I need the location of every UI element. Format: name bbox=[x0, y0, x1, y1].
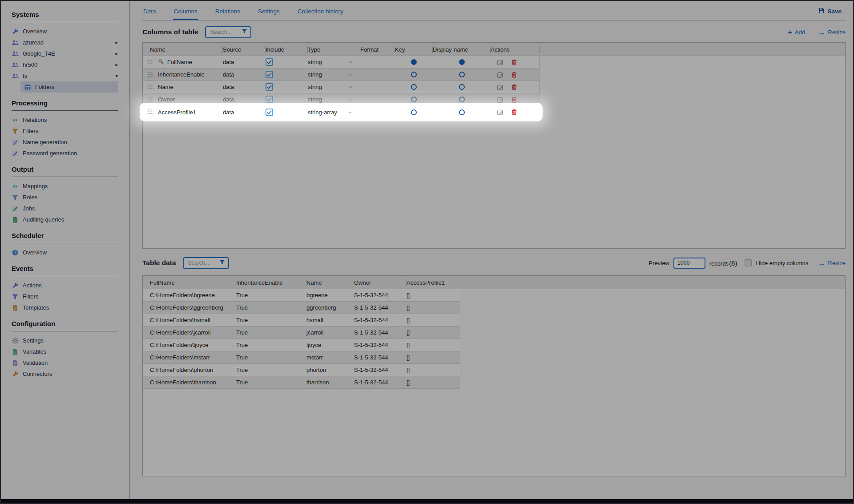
include-checkbox[interactable] bbox=[266, 109, 273, 116]
sidebar-section-title: Events bbox=[12, 265, 118, 276]
data-cell: S-1-5-32-544 bbox=[354, 304, 407, 311]
resize-arrows-icon: ↔ bbox=[818, 260, 825, 266]
users-icon bbox=[12, 39, 19, 46]
sidebar-section-output: OutputMappingsRolesJobsAuditing queries bbox=[12, 165, 118, 225]
columns-search-input[interactable] bbox=[209, 28, 242, 36]
type-select[interactable]: string-array bbox=[308, 109, 360, 116]
drag-dots-icon bbox=[147, 109, 153, 115]
delete-button[interactable] bbox=[511, 59, 518, 66]
drag-handle[interactable] bbox=[143, 72, 158, 78]
filter-icon[interactable] bbox=[219, 259, 225, 267]
sidebar-item-azuread[interactable]: azuread▸ bbox=[12, 37, 118, 48]
data-cell: C:\HomeFolders\hsmall bbox=[143, 317, 236, 323]
table-data-search-input[interactable] bbox=[187, 259, 219, 266]
drag-handle[interactable] bbox=[143, 59, 158, 65]
sidebar-item-jobs[interactable]: Jobs bbox=[12, 203, 118, 214]
include-checkbox[interactable] bbox=[266, 96, 273, 103]
sidebar-item-folders[interactable]: Folders bbox=[20, 81, 118, 93]
delete-button[interactable] bbox=[511, 71, 518, 78]
sidebar-item-mappings[interactable]: Mappings bbox=[12, 181, 118, 192]
display-name-radio[interactable] bbox=[459, 84, 465, 90]
display-name-radio[interactable] bbox=[459, 109, 465, 115]
trash-icon bbox=[511, 109, 518, 116]
filter-icon[interactable] bbox=[242, 28, 247, 36]
tab-collection-history[interactable]: Collection history bbox=[297, 8, 344, 20]
data-cell: C:\HomeFolders\phorton bbox=[143, 367, 236, 373]
chevron-down-icon: ▾ bbox=[115, 73, 118, 78]
sidebar-item-connectors[interactable]: Connectors bbox=[12, 368, 118, 379]
key-radio[interactable] bbox=[411, 59, 417, 65]
include-checkbox[interactable] bbox=[266, 83, 273, 91]
type-select[interactable]: string bbox=[308, 96, 360, 103]
include-cell bbox=[266, 58, 308, 66]
columns-table-header: NameSourceIncludeTypeFormatKeyDisplay-na… bbox=[143, 43, 845, 56]
type-select[interactable]: string bbox=[308, 71, 360, 78]
resize-data-button[interactable]: ↔ Resize bbox=[818, 260, 846, 266]
sidebar-item-label: Filters bbox=[23, 293, 38, 300]
display-name-radio[interactable] bbox=[459, 97, 465, 102]
tab-settings[interactable]: Settings bbox=[257, 8, 281, 20]
sidebar-item-variables[interactable]: Variables bbox=[12, 346, 118, 357]
edit-button[interactable] bbox=[497, 59, 504, 66]
column-header-type: Type bbox=[308, 43, 360, 56]
sidebar-item-fs[interactable]: fs▾ bbox=[12, 70, 118, 81]
key-radio[interactable] bbox=[411, 97, 417, 102]
sidebar-item-password-generation[interactable]: Password generation bbox=[12, 148, 118, 159]
data-cell: S-1-5-32-544 bbox=[354, 342, 407, 348]
drag-handle[interactable] bbox=[143, 97, 158, 103]
preview-count-input[interactable] bbox=[673, 258, 705, 269]
resize-columns-button[interactable]: ↔ Resize bbox=[818, 29, 846, 36]
column-source-cell: data bbox=[223, 96, 266, 103]
hide-empty-columns-checkbox[interactable] bbox=[745, 259, 752, 266]
edit-button[interactable] bbox=[497, 71, 504, 78]
edit-icon bbox=[497, 84, 504, 91]
sidebar-item-overview[interactable]: Overview bbox=[12, 26, 118, 37]
column-header-name: Name bbox=[143, 43, 223, 56]
drag-handle[interactable] bbox=[143, 84, 158, 90]
sidebar-item-settings[interactable]: Settings bbox=[12, 335, 118, 346]
actions-cell bbox=[491, 84, 540, 91]
sidebar-item-templates[interactable]: Templates bbox=[12, 302, 118, 313]
save-button[interactable]: Save bbox=[815, 7, 844, 16]
key-cell bbox=[395, 72, 433, 77]
sidebar-item-auditing-queries[interactable]: Auditing queries bbox=[12, 214, 118, 225]
key-radio[interactable] bbox=[411, 84, 417, 90]
records-label: records(8) bbox=[709, 259, 737, 267]
pencil-doc-icon bbox=[12, 150, 19, 157]
drag-dots-icon bbox=[147, 72, 153, 78]
sidebar-item-name-generation[interactable]: Name generation bbox=[12, 137, 118, 148]
type-select[interactable]: string bbox=[308, 84, 360, 90]
sidebar-item-filters[interactable]: Filters bbox=[12, 291, 118, 302]
tab-relations[interactable]: Relations bbox=[214, 8, 241, 20]
delete-button[interactable] bbox=[511, 109, 518, 116]
edit-button[interactable] bbox=[497, 96, 504, 103]
sidebar-item-actions[interactable]: Actions bbox=[12, 280, 118, 291]
arrows-icon bbox=[12, 183, 19, 190]
actions-cell bbox=[491, 59, 540, 66]
display-name-radio[interactable] bbox=[459, 72, 465, 77]
drag-handle[interactable] bbox=[143, 109, 158, 115]
include-checkbox[interactable] bbox=[266, 71, 273, 78]
column-name-cell: Owner bbox=[158, 96, 223, 103]
type-select[interactable]: string bbox=[308, 59, 360, 65]
key-radio[interactable] bbox=[411, 109, 417, 115]
sidebar-item-validation[interactable]: Validation bbox=[12, 357, 118, 368]
columns-row-accessprofile1: AccessProfile1datastring-array bbox=[143, 106, 540, 118]
edit-button[interactable] bbox=[497, 84, 504, 91]
data-row: C:\HomeFolders\ljoyceTrueljoyceS-1-5-32-… bbox=[143, 339, 460, 351]
include-checkbox[interactable] bbox=[266, 58, 273, 66]
sidebar-item-relations[interactable]: Relations bbox=[12, 114, 118, 125]
key-radio[interactable] bbox=[411, 72, 417, 77]
sidebar-item-overview[interactable]: Overview bbox=[12, 247, 118, 258]
sidebar-item-filters[interactable]: Filters bbox=[12, 125, 118, 137]
sidebar-item-hr500[interactable]: hr500▸ bbox=[12, 59, 118, 70]
delete-button[interactable] bbox=[511, 84, 518, 91]
sidebar-item-roles[interactable]: Roles bbox=[12, 192, 118, 203]
sidebar-item-google-t4e[interactable]: Google_T4E▸ bbox=[12, 48, 118, 59]
tab-columns[interactable]: Columns bbox=[173, 8, 198, 20]
delete-button[interactable] bbox=[511, 96, 518, 103]
add-column-button[interactable]: + Add bbox=[788, 28, 805, 36]
edit-button[interactable] bbox=[497, 109, 504, 116]
display-name-radio[interactable] bbox=[459, 59, 465, 65]
tab-data[interactable]: Data bbox=[142, 8, 157, 20]
